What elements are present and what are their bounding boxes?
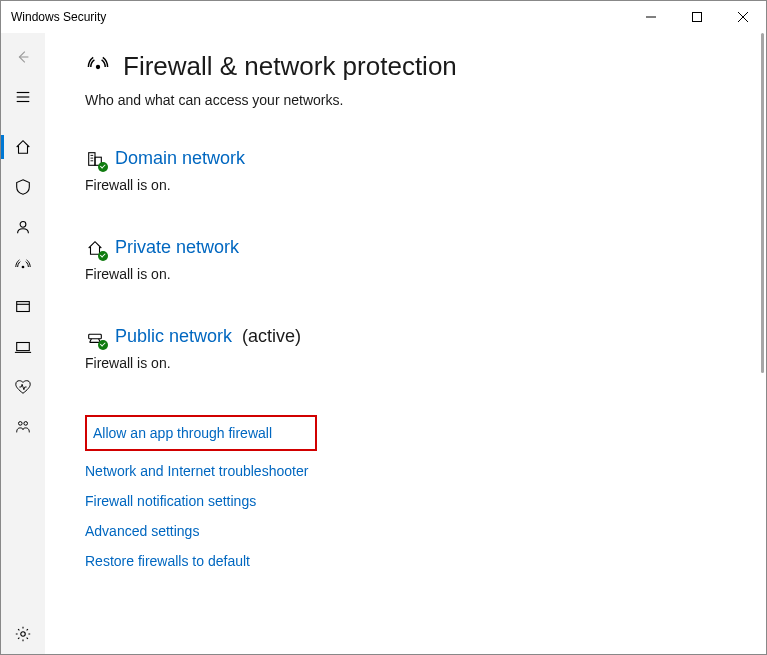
link-allow-app-through-firewall[interactable]: Allow an app through firewall (93, 425, 272, 441)
link-advanced-settings[interactable]: Advanced settings (85, 523, 199, 539)
domain-network-icon (85, 149, 105, 169)
network-block-domain: Domain network Firewall is on. (85, 148, 766, 193)
svg-point-16 (21, 632, 26, 637)
nav-firewall[interactable] (1, 247, 45, 287)
network-block-private: Private network Firewall is on. (85, 237, 766, 282)
action-links-section: Allow an app through firewall Network an… (85, 415, 766, 569)
svg-point-15 (24, 422, 28, 426)
link-network-troubleshooter[interactable]: Network and Internet troubleshooter (85, 463, 308, 479)
private-network-icon (85, 238, 105, 258)
title-bar: Windows Security (1, 1, 766, 33)
svg-rect-18 (89, 152, 95, 165)
app-title: Windows Security (11, 10, 106, 24)
svg-rect-1 (693, 13, 702, 22)
maximize-button[interactable] (674, 1, 720, 33)
public-network-icon (85, 327, 105, 347)
menu-button[interactable] (1, 77, 45, 117)
private-network-link[interactable]: Private network (115, 237, 239, 258)
domain-network-link[interactable]: Domain network (115, 148, 245, 169)
svg-point-17 (96, 64, 100, 68)
nav-settings[interactable] (1, 614, 45, 654)
nav-device-security[interactable] (1, 327, 45, 367)
close-button[interactable] (720, 1, 766, 33)
link-firewall-notification-settings[interactable]: Firewall notification settings (85, 493, 256, 509)
public-network-status: Firewall is on. (85, 355, 766, 371)
firewall-icon (85, 54, 111, 80)
page-title: Firewall & network protection (123, 51, 457, 82)
public-network-active-label: (active) (242, 326, 301, 347)
svg-rect-12 (17, 343, 30, 351)
public-network-link[interactable]: Public network (115, 326, 232, 347)
nav-account-protection[interactable] (1, 207, 45, 247)
network-block-public: Public network (active) Firewall is on. (85, 326, 766, 371)
page-title-row: Firewall & network protection (85, 51, 766, 82)
minimize-button[interactable] (628, 1, 674, 33)
sidebar (1, 33, 45, 654)
nav-virus-protection[interactable] (1, 167, 45, 207)
private-network-status: Firewall is on. (85, 266, 766, 282)
svg-point-8 (20, 221, 26, 227)
link-restore-firewalls-default[interactable]: Restore firewalls to default (85, 553, 250, 569)
svg-point-14 (19, 422, 23, 426)
svg-point-9 (22, 266, 25, 269)
nav-app-browser-control[interactable] (1, 287, 45, 327)
svg-rect-10 (17, 302, 30, 312)
svg-rect-23 (89, 334, 102, 339)
content-area: Firewall & network protection Who and wh… (45, 33, 766, 654)
back-button[interactable] (1, 37, 45, 77)
nav-device-performance[interactable] (1, 367, 45, 407)
page-subtitle: Who and what can access your networks. (85, 92, 766, 108)
scrollbar-thumb[interactable] (761, 33, 764, 373)
nav-family-options[interactable] (1, 407, 45, 447)
nav-home[interactable] (1, 127, 45, 167)
highlight-allow-app: Allow an app through firewall (85, 415, 317, 451)
domain-network-status: Firewall is on. (85, 177, 766, 193)
